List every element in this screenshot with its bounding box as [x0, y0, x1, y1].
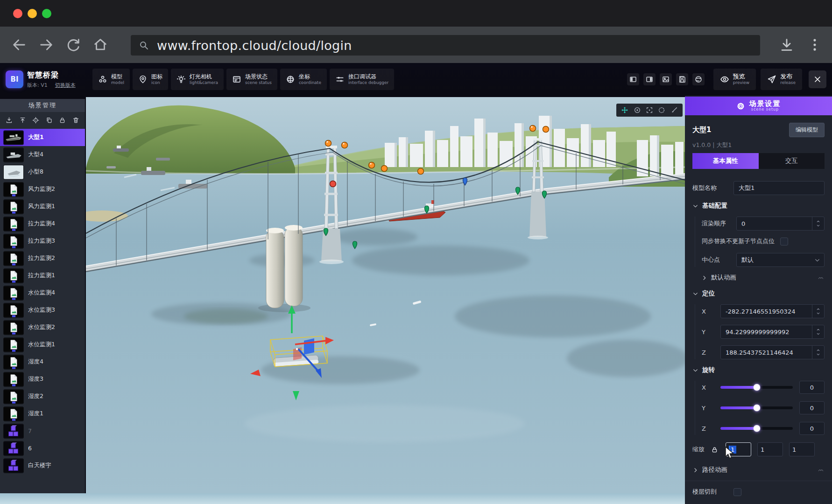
screenshot-icon[interactable] — [660, 73, 672, 85]
toolbar-model-button[interactable]: 模型model — [92, 69, 130, 90]
spinner-up-icon[interactable] — [816, 348, 821, 352]
refresh-icon[interactable] — [65, 37, 81, 53]
export-icon[interactable] — [19, 117, 26, 124]
preview-button[interactable]: 预览 preview — [713, 69, 756, 90]
copy-icon[interactable] — [46, 117, 53, 124]
rotation-x-value[interactable]: 0 — [799, 381, 825, 394]
section-path-animation[interactable]: 路径动画 — [692, 466, 825, 474]
animation-wing-icon — [817, 467, 825, 473]
rotate-tool-icon[interactable] — [634, 106, 641, 114]
list-item[interactable]: 拉力监测1 — [0, 267, 85, 284]
list-item[interactable]: 湿度1 — [0, 405, 85, 422]
edit-model-button[interactable]: 编辑模型 — [789, 123, 825, 137]
browser-menu-icon[interactable] — [807, 37, 823, 53]
rotation-z-value[interactable]: 0 — [799, 422, 825, 435]
home-icon[interactable] — [92, 37, 108, 53]
position-y-label: Y — [702, 329, 720, 336]
version-label: 版本: V1 — [27, 82, 48, 89]
rotation-x-slider[interactable] — [720, 386, 793, 389]
tab-interaction[interactable]: 交互 — [759, 153, 825, 169]
list-item[interactable]: 大型4 — [0, 146, 85, 163]
forward-icon[interactable] — [38, 37, 54, 53]
toolbar-scene-status-button[interactable]: 场景状态scene status — [226, 69, 277, 90]
viewport[interactable] — [86, 97, 685, 493]
model-name-input[interactable]: 大型1 — [733, 181, 825, 195]
section-rotation[interactable]: 旋转 — [692, 366, 825, 374]
rotation-z-slider[interactable] — [720, 427, 793, 430]
list-item[interactable]: 风力监测2 — [0, 181, 85, 198]
lock-icon[interactable] — [59, 117, 66, 124]
toolbar-debugger-button[interactable]: 接口调试器interface debugger — [330, 69, 394, 90]
scale-lock-icon[interactable] — [711, 446, 718, 453]
spinner-up-icon[interactable] — [816, 307, 821, 311]
url-text[interactable]: www.frontop.cloud/cloud/login — [157, 38, 352, 53]
move-tool-icon[interactable] — [621, 106, 628, 114]
toggle-left-panel-icon[interactable] — [627, 73, 639, 85]
section-default-animation[interactable]: 默认动画 — [695, 273, 825, 282]
save-icon[interactable] — [676, 73, 688, 85]
list-item[interactable]: 水位监测3 — [0, 301, 85, 319]
spinner-up-icon[interactable] — [816, 328, 821, 332]
back-icon[interactable] — [11, 37, 27, 53]
focus-tool-icon[interactable] — [646, 106, 653, 114]
minimize-window-button[interactable] — [28, 9, 37, 18]
url-bar[interactable]: www.frontop.cloud/cloud/login — [131, 35, 760, 56]
spinner-down-icon[interactable] — [816, 352, 821, 357]
tab-basic-properties[interactable]: 基本属性 — [692, 153, 759, 169]
spinner-up-icon[interactable] — [816, 219, 821, 224]
toggle-right-panel-icon[interactable] — [643, 73, 656, 85]
animation-wing-icon — [817, 275, 825, 280]
list-item[interactable]: 水位监测1 — [0, 336, 85, 353]
release-button[interactable]: 发布 release — [761, 69, 802, 90]
list-item[interactable]: 风力监测1 — [0, 198, 85, 215]
list-item[interactable]: 7 — [0, 422, 85, 440]
spinner-down-icon[interactable] — [816, 332, 821, 336]
center-point-select[interactable]: 默认 — [736, 253, 825, 267]
list-item[interactable]: 小型8 — [0, 163, 85, 181]
zoom-window-button[interactable] — [42, 9, 51, 18]
toolbar-coordinate-button[interactable]: 坐标coordinate — [280, 69, 327, 90]
close-editor-icon[interactable] — [809, 70, 826, 88]
list-item[interactable]: 白天楼宇 — [0, 457, 85, 474]
circle-select-tool-icon[interactable] — [658, 106, 665, 114]
download-icon[interactable] — [779, 37, 795, 53]
list-item[interactable]: 湿度4 — [0, 353, 85, 371]
close-window-button[interactable] — [13, 9, 22, 18]
list-item[interactable]: 拉力监测4 — [0, 215, 85, 232]
section-position[interactable]: 定位 — [692, 289, 825, 298]
floor-cut-checkbox[interactable] — [733, 488, 741, 496]
scale-z-input[interactable]: 1 — [789, 442, 815, 456]
toolbar-icon-button[interactable]: 图标icon — [133, 69, 168, 90]
list-item[interactable]: 湿度3 — [0, 371, 85, 388]
rotation-y-slider[interactable] — [720, 406, 793, 409]
render-order-input[interactable]: 0 — [736, 217, 825, 231]
scale-y-input[interactable]: 1 — [757, 442, 783, 456]
position-x-input[interactable]: -282.27146551950324 — [720, 304, 825, 318]
toolbar-light-camera-button[interactable]: 灯光相机light&camera — [171, 69, 224, 90]
switch-version-link[interactable]: 切换版本 — [55, 82, 76, 89]
list-item[interactable]: 水位监测4 — [0, 284, 85, 301]
item-thumbnail — [4, 200, 23, 214]
locate-icon[interactable] — [32, 117, 39, 124]
trash-icon[interactable] — [72, 117, 79, 124]
position-y-input[interactable]: 94.22999999999992 — [720, 325, 825, 339]
globe-icon[interactable] — [692, 73, 705, 85]
list-item[interactable]: 6 — [0, 440, 85, 457]
position-z-input[interactable]: 188.25437521146424 — [720, 345, 825, 359]
chevron-down-icon — [692, 367, 698, 373]
list-item[interactable]: 拉力监测3 — [0, 232, 85, 250]
section-basic-config[interactable]: 基础配置 — [692, 202, 825, 210]
list-item[interactable]: 湿度2 — [0, 388, 85, 405]
list-item[interactable]: 拉力监测2 — [0, 250, 85, 267]
spinner-down-icon[interactable] — [816, 311, 821, 315]
sync-replace-checkbox[interactable] — [780, 238, 788, 245]
brush-tool-icon[interactable] — [670, 106, 678, 114]
import-icon[interactable] — [6, 117, 13, 124]
spinner-down-icon[interactable] — [816, 224, 821, 228]
light-camera-icon — [176, 75, 186, 84]
scale-x-input[interactable]: 1 — [726, 442, 751, 456]
list-item[interactable]: 大型1 — [0, 129, 85, 146]
rotation-y-value[interactable]: 0 — [799, 401, 825, 414]
list-item[interactable]: 水位监测2 — [0, 319, 85, 336]
scene-render[interactable] — [86, 97, 685, 493]
